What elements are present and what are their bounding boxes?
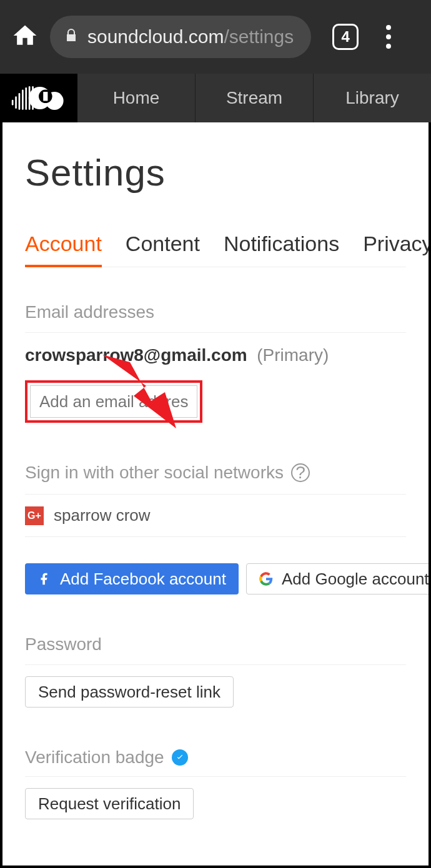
tab-content[interactable]: Content — [126, 232, 200, 267]
nav-stream[interactable]: Stream — [196, 74, 314, 122]
facebook-icon — [37, 572, 51, 586]
svg-rect-3 — [22, 90, 24, 110]
nav-home[interactable]: Home — [77, 74, 196, 122]
svg-rect-10 — [43, 92, 47, 101]
tab-switcher[interactable]: 4 — [332, 24, 359, 50]
divider — [25, 664, 406, 665]
svg-rect-2 — [19, 93, 21, 110]
divider — [25, 776, 406, 777]
password-section-label: Password — [25, 634, 406, 654]
google-icon — [259, 572, 273, 586]
page-title: Settings — [25, 151, 406, 194]
verified-badge-icon — [172, 749, 188, 766]
add-google-label: Add Google account — [282, 570, 429, 589]
settings-tabs: Account Content Notifications Privacy — [25, 232, 406, 267]
lock-icon — [64, 26, 79, 47]
tab-notifications[interactable]: Notifications — [224, 232, 339, 267]
primary-email-address: crowsparrow8@gmail.com — [25, 345, 247, 365]
email-section-label: Email addresses — [25, 302, 406, 322]
send-password-reset-button[interactable]: Send password-reset link — [25, 676, 234, 708]
social-section-text: Sign in with other social networks — [25, 463, 284, 483]
tab-count-value: 4 — [342, 28, 350, 46]
overflow-menu-icon[interactable] — [382, 21, 395, 52]
connected-google-name: sparrow crow — [54, 506, 151, 525]
svg-rect-4 — [25, 87, 27, 110]
help-icon[interactable]: ? — [291, 463, 310, 482]
url-bar[interactable]: soundcloud.com/settings — [50, 16, 311, 58]
request-verification-label: Request verification — [38, 794, 181, 814]
home-icon[interactable] — [11, 22, 39, 52]
url-text: soundcloud.com/settings — [87, 26, 294, 47]
divider — [25, 332, 406, 333]
verification-section-text: Verification badge — [25, 747, 164, 767]
add-facebook-label: Add Facebook account — [60, 570, 226, 589]
browser-chrome: soundcloud.com/settings 4 — [0, 0, 431, 74]
site-topnav: Home Stream Library — [0, 74, 431, 122]
divider — [25, 536, 406, 537]
add-facebook-button[interactable]: Add Facebook account — [25, 563, 239, 594]
add-email-highlight — [25, 380, 202, 423]
tab-privacy[interactable]: Privacy — [363, 232, 431, 267]
svg-rect-0 — [12, 100, 14, 106]
settings-content: Settings Account Content Notifications P… — [0, 122, 431, 868]
svg-rect-1 — [15, 96, 17, 109]
verification-section-label: Verification badge — [25, 747, 406, 767]
primary-email-tag: (Primary) — [257, 345, 329, 365]
send-password-reset-label: Send password-reset link — [38, 683, 220, 702]
google-plus-icon: G+ — [25, 506, 44, 525]
nav-library[interactable]: Library — [314, 74, 431, 122]
request-verification-button[interactable]: Request verification — [25, 788, 194, 819]
add-email-input[interactable] — [30, 385, 197, 418]
soundcloud-logo[interactable] — [0, 74, 77, 122]
tab-account[interactable]: Account — [25, 232, 102, 267]
divider — [25, 494, 406, 495]
connected-google-row: G+ sparrow crow — [25, 506, 406, 525]
add-google-button[interactable]: Add Google account — [246, 563, 431, 594]
primary-email-row: crowsparrow8@gmail.com (Primary) — [25, 345, 406, 365]
basic-info-section-label: Basic information — [25, 864, 406, 868]
social-section-label: Sign in with other social networks ? — [25, 463, 406, 483]
